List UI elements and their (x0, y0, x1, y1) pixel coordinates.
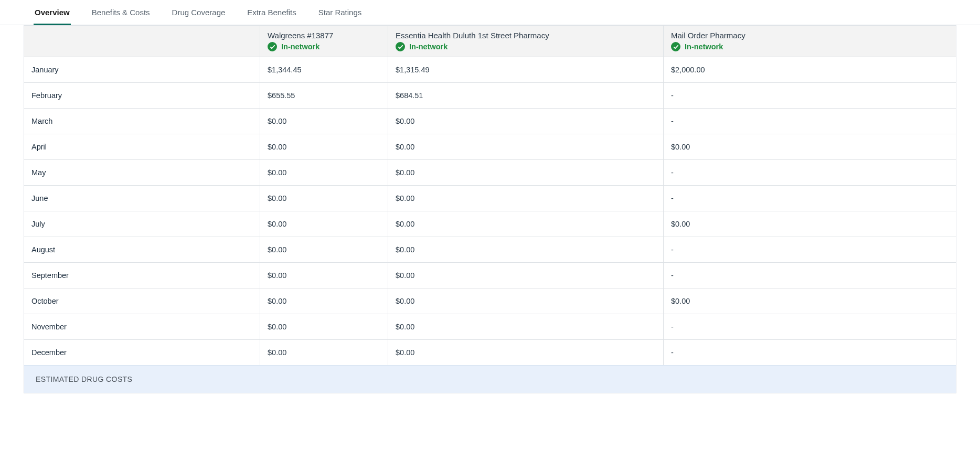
cost-cell: $0.00 (260, 160, 388, 185)
month-cell: August (24, 237, 260, 262)
month-cell: March (24, 109, 260, 134)
table-row: April$0.00$0.00$0.00 (24, 134, 956, 159)
cost-value: - (671, 348, 674, 357)
table-row: February$655.55$684.51- (24, 82, 956, 108)
cost-cell: $0.00 (260, 186, 388, 211)
month-cell: May (24, 160, 260, 185)
cost-cell: $0.00 (260, 263, 388, 288)
cost-cell: $0.00 (388, 109, 664, 134)
cost-table: Walgreens #13877 In-network Essentia Hea… (24, 25, 956, 393)
network-status: In-network (281, 42, 319, 51)
month-label: November (31, 323, 67, 331)
cost-value: $1,315.49 (396, 66, 430, 74)
tab-star-ratings[interactable]: Star Ratings (317, 0, 363, 25)
month-label: July (31, 220, 45, 228)
network-status: In-network (409, 42, 448, 51)
cost-value: $0.00 (396, 297, 414, 305)
pharmacy-name: Mail Order Pharmacy (671, 31, 745, 40)
cost-value: $684.51 (396, 91, 423, 100)
tab-overview[interactable]: Overview (34, 0, 71, 25)
pharmacy-name: Walgreens #13877 (268, 31, 333, 40)
cost-value: $0.00 (396, 168, 414, 177)
header-pharmacy-3: Mail Order Pharmacy In-network (664, 26, 956, 57)
cost-value: $0.00 (671, 220, 690, 228)
check-circle-icon (268, 42, 277, 51)
table-row: June$0.00$0.00- (24, 185, 956, 211)
check-circle-icon (396, 42, 405, 51)
table-row: October$0.00$0.00$0.00 (24, 288, 956, 314)
cost-value: $1,344.45 (268, 66, 302, 74)
month-label: August (31, 245, 55, 254)
cost-cell: $0.00 (260, 109, 388, 134)
cost-value: $0.00 (671, 143, 690, 151)
table-header-row: Walgreens #13877 In-network Essentia Hea… (24, 25, 956, 57)
month-label: April (31, 143, 47, 151)
cost-value: - (671, 117, 674, 125)
cost-value: - (671, 245, 674, 254)
month-label: February (31, 91, 62, 100)
month-label: October (31, 297, 59, 305)
cost-cell: $2,000.00 (664, 57, 956, 82)
tab-label: Extra Benefits (247, 8, 296, 17)
cost-cell: - (664, 83, 956, 108)
cost-cell: $0.00 (260, 134, 388, 159)
month-label: January (31, 66, 59, 74)
cost-cell: $0.00 (388, 186, 664, 211)
table-section-header: ESTIMATED DRUG COSTS (24, 365, 956, 393)
table-row: September$0.00$0.00- (24, 262, 956, 288)
cost-cell: $0.00 (260, 237, 388, 262)
table-row: July$0.00$0.00$0.00 (24, 211, 956, 237)
section-header-label: ESTIMATED DRUG COSTS (36, 375, 132, 383)
cost-cell: $0.00 (388, 134, 664, 159)
month-label: March (31, 117, 52, 125)
month-label: June (31, 194, 48, 202)
cost-value: $0.00 (396, 245, 414, 254)
pharmacy-name: Essentia Health Duluth 1st Street Pharma… (396, 31, 549, 40)
header-empty-cell (24, 26, 260, 57)
cost-cell: $0.00 (388, 340, 664, 365)
month-cell: June (24, 186, 260, 211)
cost-value: $0.00 (396, 271, 414, 280)
cost-value: $0.00 (396, 117, 414, 125)
tabs-bar: OverviewBenefits & CostsDrug CoverageExt… (0, 0, 980, 25)
table-row: January$1,344.45$1,315.49$2,000.00 (24, 57, 956, 82)
tab-benefits-costs[interactable]: Benefits & Costs (91, 0, 151, 25)
table-row: March$0.00$0.00- (24, 108, 956, 134)
month-cell: December (24, 340, 260, 365)
cost-cell: $0.00 (260, 314, 388, 339)
cost-cell: $1,315.49 (388, 57, 664, 82)
tab-label: Star Ratings (318, 8, 362, 17)
cost-cell: $0.00 (388, 288, 664, 314)
tab-drug-coverage[interactable]: Drug Coverage (171, 0, 227, 25)
cost-value: $0.00 (268, 168, 286, 177)
cost-cell: $0.00 (388, 160, 664, 185)
cost-cell: $1,344.45 (260, 57, 388, 82)
cost-cell: $0.00 (664, 211, 956, 237)
cost-value: $655.55 (268, 91, 295, 100)
cost-cell: - (664, 263, 956, 288)
cost-value: $0.00 (396, 194, 414, 202)
header-pharmacy-2: Essentia Health Duluth 1st Street Pharma… (388, 26, 664, 57)
header-pharmacy-1: Walgreens #13877 In-network (260, 26, 388, 57)
month-cell: October (24, 288, 260, 314)
cost-cell: $0.00 (388, 237, 664, 262)
tab-label: Benefits & Costs (92, 8, 150, 17)
tab-label: Drug Coverage (172, 8, 226, 17)
month-cell: April (24, 134, 260, 159)
month-cell: November (24, 314, 260, 339)
tab-extra-benefits[interactable]: Extra Benefits (246, 0, 297, 25)
cost-value: $0.00 (268, 348, 286, 357)
cost-value: $2,000.00 (671, 66, 705, 74)
cost-cell: $0.00 (388, 263, 664, 288)
table-row: November$0.00$0.00- (24, 314, 956, 339)
cost-value: $0.00 (671, 297, 690, 305)
cost-cell: $0.00 (664, 288, 956, 314)
cost-value: $0.00 (268, 220, 286, 228)
cost-cell: $0.00 (388, 211, 664, 237)
cost-value: - (671, 271, 674, 280)
cost-cell: $0.00 (260, 288, 388, 314)
cost-value: $0.00 (268, 245, 286, 254)
table-row: August$0.00$0.00- (24, 237, 956, 262)
table-row: December$0.00$0.00- (24, 339, 956, 365)
month-label: December (31, 348, 67, 357)
